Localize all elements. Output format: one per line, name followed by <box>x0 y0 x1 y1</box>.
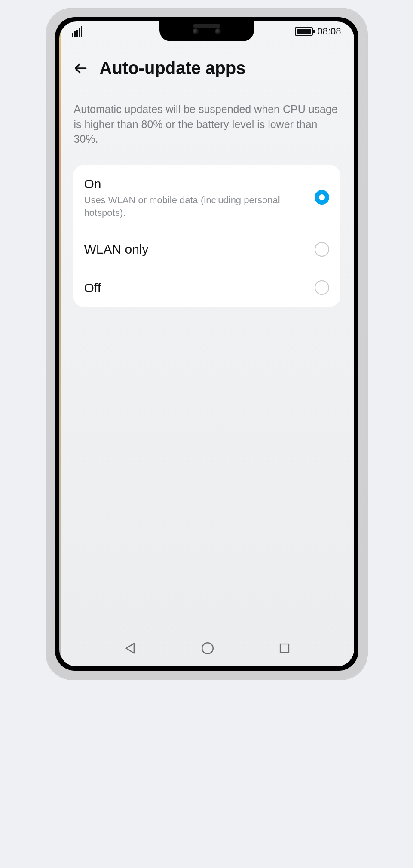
nav-recent-icon[interactable] <box>278 642 291 655</box>
page-description: Automatic updates will be suspended when… <box>59 86 354 159</box>
radio-icon[interactable] <box>315 280 329 295</box>
option-subtitle: Uses WLAN or mobile data (including pers… <box>84 194 306 219</box>
svg-point-2 <box>202 643 213 654</box>
option-title: On <box>84 176 306 192</box>
battery-icon <box>295 27 313 36</box>
screen: 08:08 Auto-update apps Automatic updates… <box>59 21 354 666</box>
options-card: On Uses WLAN or mobile data (including p… <box>73 165 340 307</box>
signal-icon <box>72 26 82 37</box>
radio-icon[interactable] <box>315 242 329 257</box>
option-on[interactable]: On Uses WLAN or mobile data (including p… <box>73 165 340 230</box>
system-nav-bar <box>59 630 354 666</box>
option-title: Off <box>84 280 306 296</box>
back-icon[interactable] <box>73 61 88 76</box>
svg-marker-1 <box>126 644 134 653</box>
page-title: Auto-update apps <box>100 58 246 78</box>
nav-back-icon[interactable] <box>122 641 137 656</box>
clock: 08:08 <box>317 26 341 37</box>
notch <box>159 21 254 41</box>
device-frame: 08:08 Auto-update apps Automatic updates… <box>46 9 367 679</box>
nav-home-icon[interactable] <box>200 641 215 656</box>
app-header: Auto-update apps <box>59 41 354 86</box>
option-title: WLAN only <box>84 241 306 258</box>
option-off[interactable]: Off <box>73 269 340 307</box>
svg-rect-3 <box>280 644 289 653</box>
option-wlan-only[interactable]: WLAN only <box>73 230 340 269</box>
radio-icon[interactable] <box>315 190 329 205</box>
